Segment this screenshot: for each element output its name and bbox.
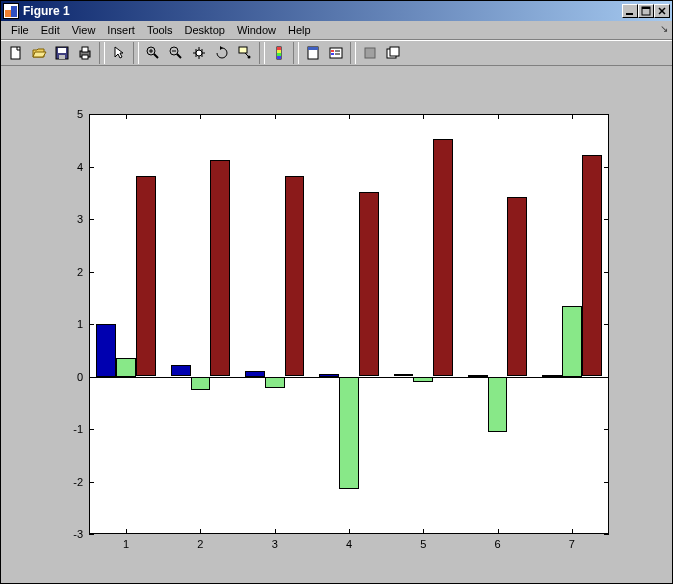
toolbar-separator bbox=[350, 42, 356, 64]
svg-line-13 bbox=[154, 54, 158, 58]
zoom-in-icon[interactable] bbox=[142, 42, 164, 64]
xtick bbox=[200, 114, 201, 119]
toolbar-separator bbox=[133, 42, 139, 64]
bar bbox=[359, 192, 379, 377]
bar bbox=[265, 377, 285, 389]
print-icon[interactable] bbox=[74, 42, 96, 64]
svg-rect-10 bbox=[82, 47, 88, 52]
dock-icon[interactable] bbox=[359, 42, 381, 64]
ytick-label: 3 bbox=[61, 213, 83, 225]
ytick bbox=[604, 114, 609, 115]
ytick-label: 2 bbox=[61, 266, 83, 278]
ytick bbox=[89, 482, 94, 483]
save-icon[interactable] bbox=[51, 42, 73, 64]
menu-window[interactable]: Window bbox=[231, 22, 282, 38]
svg-line-17 bbox=[177, 54, 181, 58]
xtick bbox=[200, 529, 201, 534]
bar bbox=[468, 375, 488, 377]
ytick bbox=[604, 324, 609, 325]
menu-desktop[interactable]: Desktop bbox=[179, 22, 231, 38]
menu-help[interactable]: Help bbox=[282, 22, 317, 38]
pointer-icon[interactable] bbox=[108, 42, 130, 64]
bar bbox=[245, 371, 265, 376]
bar bbox=[191, 377, 211, 390]
ytick bbox=[89, 377, 94, 378]
ytick-label: 1 bbox=[61, 318, 83, 330]
svg-rect-26 bbox=[277, 53, 281, 56]
close-button[interactable] bbox=[654, 4, 670, 18]
xtick bbox=[423, 529, 424, 534]
menu-file[interactable]: File bbox=[5, 22, 35, 38]
xtick-label: 7 bbox=[569, 538, 575, 550]
app-icon bbox=[3, 3, 19, 19]
figure-area[interactable]: -3-2-10123451234567 bbox=[1, 66, 672, 583]
menu-insert[interactable]: Insert bbox=[101, 22, 141, 38]
xtick bbox=[349, 529, 350, 534]
ytick bbox=[604, 534, 609, 535]
ytick-label: 5 bbox=[61, 108, 83, 120]
svg-point-22 bbox=[248, 56, 251, 59]
bar bbox=[413, 377, 433, 382]
xtick-label: 6 bbox=[495, 538, 501, 550]
maximize-button[interactable] bbox=[638, 4, 654, 18]
xtick bbox=[423, 114, 424, 119]
xtick-label: 1 bbox=[123, 538, 129, 550]
zoom-out-icon[interactable] bbox=[165, 42, 187, 64]
xtick bbox=[498, 114, 499, 119]
xtick bbox=[275, 529, 276, 534]
svg-rect-0 bbox=[626, 13, 633, 15]
new-figure-icon[interactable] bbox=[5, 42, 27, 64]
xtick bbox=[126, 114, 127, 119]
ytick bbox=[89, 324, 94, 325]
bar bbox=[210, 160, 230, 376]
legend-icon[interactable] bbox=[325, 42, 347, 64]
toolbar bbox=[1, 40, 672, 66]
svg-point-19 bbox=[196, 50, 202, 56]
figure-window: Figure 1 File Edit View Insert Tools Des… bbox=[0, 0, 673, 584]
xtick bbox=[572, 529, 573, 534]
svg-rect-35 bbox=[365, 48, 375, 58]
colorbar-icon[interactable] bbox=[268, 42, 290, 64]
ytick bbox=[89, 114, 94, 115]
svg-rect-24 bbox=[277, 47, 281, 50]
ytick bbox=[604, 167, 609, 168]
menu-edit[interactable]: Edit bbox=[35, 22, 66, 38]
pan-icon[interactable] bbox=[188, 42, 210, 64]
xtick bbox=[498, 529, 499, 534]
ytick-label: 4 bbox=[61, 161, 83, 173]
bar bbox=[562, 306, 582, 377]
svg-rect-37 bbox=[390, 47, 399, 56]
window-buttons bbox=[622, 4, 670, 18]
svg-rect-27 bbox=[277, 56, 281, 59]
svg-rect-2 bbox=[642, 7, 650, 9]
ytick-label: -2 bbox=[61, 476, 83, 488]
bar bbox=[339, 377, 359, 490]
menu-tools[interactable]: Tools bbox=[141, 22, 179, 38]
menu-view[interactable]: View bbox=[66, 22, 102, 38]
xtick bbox=[572, 114, 573, 119]
minimize-button[interactable] bbox=[622, 4, 638, 18]
bar bbox=[542, 375, 562, 377]
window-title: Figure 1 bbox=[23, 4, 622, 18]
bar bbox=[116, 358, 136, 376]
xtick bbox=[126, 529, 127, 534]
open-icon[interactable] bbox=[28, 42, 50, 64]
svg-rect-7 bbox=[58, 48, 66, 53]
rotate-icon[interactable] bbox=[211, 42, 233, 64]
ytick bbox=[604, 219, 609, 220]
data-cursor-icon[interactable] bbox=[234, 42, 256, 64]
ytick bbox=[89, 534, 94, 535]
svg-rect-11 bbox=[82, 55, 88, 59]
titlebar: Figure 1 bbox=[1, 1, 672, 21]
toolbar-separator bbox=[259, 42, 265, 64]
ytick bbox=[89, 272, 94, 273]
hide-tools-icon[interactable] bbox=[302, 42, 324, 64]
xtick bbox=[275, 114, 276, 119]
svg-rect-32 bbox=[331, 53, 334, 55]
svg-rect-8 bbox=[59, 55, 65, 59]
ytick bbox=[604, 377, 609, 378]
undock-icon[interactable] bbox=[382, 42, 404, 64]
menubar: File Edit View Insert Tools Desktop Wind… bbox=[1, 21, 672, 40]
svg-rect-20 bbox=[239, 47, 247, 53]
toolbar-separator bbox=[293, 42, 299, 64]
